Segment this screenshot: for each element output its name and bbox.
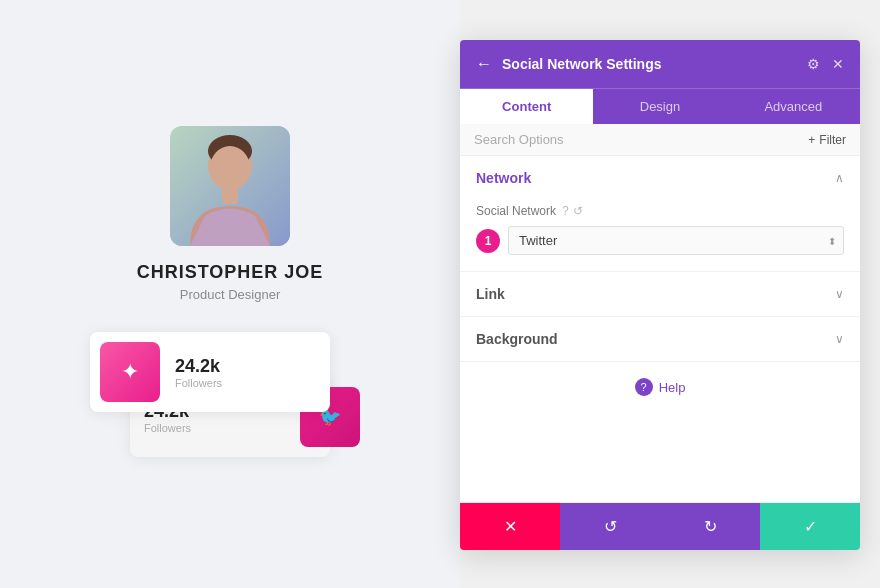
stats-label-front: Followers xyxy=(175,377,222,389)
section-network-chevron: ∧ xyxy=(835,171,844,185)
section-link-chevron: ∨ xyxy=(835,287,844,301)
profile-name: CHRISTOPHER JOE xyxy=(137,262,324,283)
redo-icon: ↻ xyxy=(704,517,717,536)
close-icon[interactable]: ✕ xyxy=(832,56,844,72)
confirm-button[interactable]: ✓ xyxy=(760,503,860,550)
social-network-label: Social Network xyxy=(476,204,556,218)
panel-tabs: Content Design Advanced xyxy=(460,88,860,124)
stats-number-front: 24.2k xyxy=(175,356,222,377)
search-bar: Search Options + Filter xyxy=(460,124,860,156)
section-network: Network ∧ Social Network ? ↺ 1 Twitter F… xyxy=(460,156,860,272)
settings-panel: ← Social Network Settings ⚙ ✕ Content De… xyxy=(460,40,860,550)
filter-button[interactable]: + Filter xyxy=(808,133,846,147)
section-background-chevron: ∨ xyxy=(835,332,844,346)
section-link: Link ∨ xyxy=(460,272,860,317)
confirm-icon: ✓ xyxy=(804,517,817,536)
back-arrow-icon[interactable]: ← xyxy=(476,55,492,73)
help-row: ? Help xyxy=(460,362,860,412)
tab-design[interactable]: Design xyxy=(593,89,726,124)
tab-advanced[interactable]: Advanced xyxy=(727,89,860,124)
panel-body: Network ∧ Social Network ? ↺ 1 Twitter F… xyxy=(460,156,860,502)
panel-header-left: ← Social Network Settings xyxy=(476,55,661,73)
panel-header: ← Social Network Settings ⚙ ✕ xyxy=(460,40,860,88)
settings-icon[interactable]: ⚙ xyxy=(807,56,820,72)
profile-title: Product Designer xyxy=(180,287,280,302)
plus-icon: + xyxy=(808,133,815,147)
social-cards: ✦ 24.2k Followers 24.2k Followers 🐦 xyxy=(70,332,390,462)
section-network-content: Social Network ? ↺ 1 Twitter Facebook In… xyxy=(460,200,860,271)
panel-footer: ✕ ↺ ↻ ✓ xyxy=(460,502,860,550)
section-network-header[interactable]: Network ∧ xyxy=(460,156,860,200)
section-background: Background ∨ xyxy=(460,317,860,362)
stats-label-back: Followers xyxy=(144,422,191,434)
social-network-select-wrapper: Twitter Facebook Instagram LinkedIn YouT… xyxy=(508,226,844,255)
social-network-select[interactable]: Twitter Facebook Instagram LinkedIn YouT… xyxy=(508,226,844,255)
svg-point-3 xyxy=(210,146,250,190)
section-background-header[interactable]: Background ∨ xyxy=(460,317,860,361)
section-background-title: Background xyxy=(476,331,558,347)
social-network-select-row: 1 Twitter Facebook Instagram LinkedIn Yo… xyxy=(476,226,844,255)
undo-button[interactable]: ↺ xyxy=(560,503,660,550)
svg-rect-4 xyxy=(222,186,238,204)
help-label: Help xyxy=(659,380,686,395)
social-card-front: ✦ 24.2k Followers xyxy=(90,332,330,412)
tab-content[interactable]: Content xyxy=(460,89,593,124)
section-link-header[interactable]: Link ∨ xyxy=(460,272,860,316)
redo-button[interactable]: ↻ xyxy=(660,503,760,550)
profile-picture xyxy=(170,126,290,246)
filter-label: Filter xyxy=(819,133,846,147)
social-network-field-row: Social Network ? ↺ xyxy=(476,204,844,218)
social-icon-dribbble: ✦ xyxy=(100,342,160,402)
help-question-icon[interactable]: ? xyxy=(635,378,653,396)
section-network-title: Network xyxy=(476,170,531,186)
panel-title: Social Network Settings xyxy=(502,56,661,72)
section-link-title: Link xyxy=(476,286,505,302)
panel-header-icons: ⚙ ✕ xyxy=(807,56,844,72)
number-badge: 1 xyxy=(476,229,500,253)
undo-icon: ↺ xyxy=(604,517,617,536)
cancel-icon: ✕ xyxy=(504,517,517,536)
cancel-button[interactable]: ✕ xyxy=(460,503,560,550)
social-stats-front: 24.2k Followers xyxy=(170,356,222,389)
search-options-text: Search Options xyxy=(474,132,564,147)
reset-icon[interactable]: ↺ xyxy=(573,204,583,218)
help-circle-icon[interactable]: ? xyxy=(562,204,569,218)
preview-area: CHRISTOPHER JOE Product Designer ✦ 24.2k… xyxy=(0,0,460,588)
